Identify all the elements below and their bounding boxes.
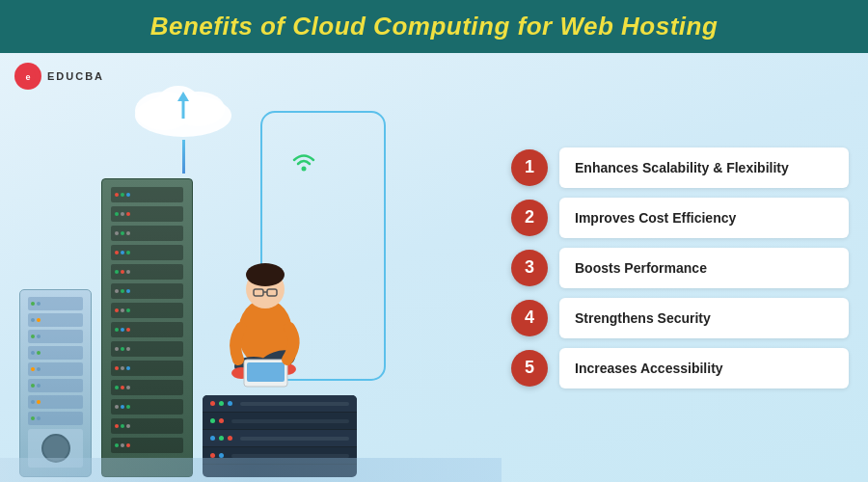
illustration-area: e EDUCBA <box>0 53 502 482</box>
page-title: Benefits of Cloud Computing for Web Host… <box>150 12 719 40</box>
benefit-number-4: 4 <box>511 300 548 336</box>
server-tower-left <box>19 289 92 477</box>
benefit-label-4: Strengthens Security <box>559 298 849 338</box>
benefit-item-2: 2Improves Cost Efficiency <box>511 198 849 238</box>
benefits-list: 1Enhances Scalability & Flexibility2Impr… <box>502 53 868 482</box>
page-wrapper: Benefits of Cloud Computing for Web Host… <box>0 0 868 482</box>
svg-point-5 <box>157 86 200 120</box>
benefit-number-5: 5 <box>511 350 548 387</box>
cloud-icon <box>125 72 241 140</box>
bottom-decoration <box>0 458 502 482</box>
svg-point-8 <box>302 167 307 172</box>
logo: e EDUCBA <box>14 63 104 90</box>
logo-icon: e <box>14 63 41 90</box>
benefit-number-1: 1 <box>511 149 548 186</box>
server-rack-mid <box>101 178 193 477</box>
benefit-label-3: Boosts Performance <box>559 248 849 288</box>
wifi-icon <box>289 149 318 178</box>
benefit-label-2: Improves Cost Efficiency <box>559 198 849 238</box>
svg-text:e: e <box>25 72 30 82</box>
benefit-number-2: 2 <box>511 200 548 236</box>
benefit-item-1: 1Enhances Scalability & Flexibility <box>511 147 849 188</box>
logo-text: EDUCBA <box>47 70 104 82</box>
svg-point-11 <box>246 263 285 286</box>
header: Benefits of Cloud Computing for Web Host… <box>0 0 868 53</box>
benefit-label-5: Increases Accessibility <box>559 348 849 388</box>
benefits-container: 1Enhances Scalability & Flexibility2Impr… <box>511 147 849 388</box>
benefit-item-5: 5Increases Accessibility <box>511 348 849 388</box>
cloud-illustration <box>125 72 241 174</box>
content-area: e EDUCBA <box>0 53 868 482</box>
svg-rect-20 <box>247 362 285 382</box>
benefit-label-1: Enhances Scalability & Flexibility <box>559 147 849 188</box>
person-illustration <box>198 217 333 410</box>
benefit-item-3: 3Boosts Performance <box>511 248 849 288</box>
benefit-number-3: 3 <box>511 250 548 286</box>
benefit-item-4: 4Strengthens Security <box>511 298 849 338</box>
